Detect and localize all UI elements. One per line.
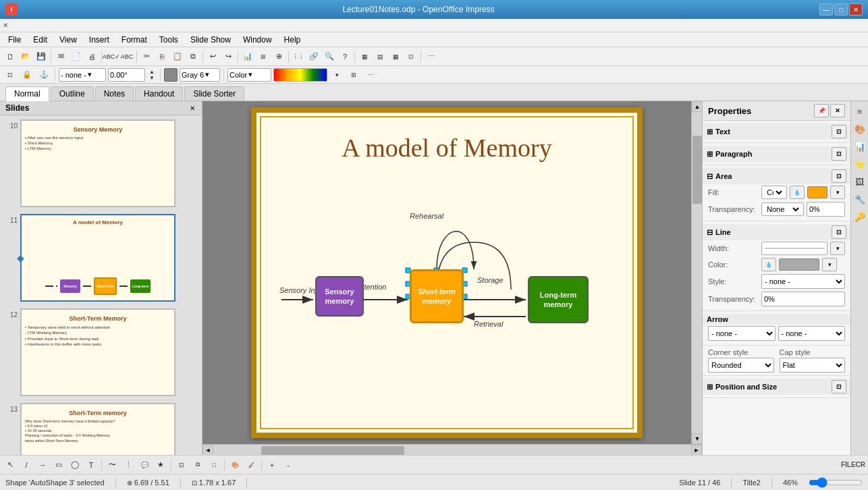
- redo-btn[interactable]: ↪: [221, 49, 236, 64]
- prop-para-btn1[interactable]: ⊡: [832, 147, 846, 161]
- vscroll-down-btn[interactable]: ▼: [692, 433, 702, 444]
- slides-list[interactable]: 10 Sensory Memory • After you use the se…: [0, 115, 202, 455]
- prop-line-header[interactable]: ⊟ Line ⊡: [703, 224, 850, 240]
- new-btn[interactable]: 🗋: [3, 49, 18, 64]
- minimize-button[interactable]: —: [819, 3, 833, 16]
- shadow-btn[interactable]: □: [207, 458, 221, 472]
- slide-canvas[interactable]: A model of Memory Rehearsal: [251, 107, 643, 438]
- star-shapes-btn[interactable]: ★: [153, 458, 168, 472]
- tab-normal[interactable]: Normal: [5, 86, 49, 101]
- arrange-btn[interactable]: ⧉: [190, 458, 205, 472]
- far-icon-1[interactable]: ≡: [852, 104, 867, 119]
- menu-file[interactable]: File: [3, 34, 26, 46]
- lock-btn[interactable]: 🔒: [20, 67, 34, 82]
- slide-item-13[interactable]: 13 Short-Term memory Why does Short-term…: [3, 402, 199, 455]
- help-btn[interactable]: ?: [337, 49, 352, 64]
- connector-btn[interactable]: ⋮: [121, 458, 136, 472]
- fill-type-select[interactable]: Color: [764, 188, 784, 197]
- menu-edit[interactable]: Edit: [28, 34, 53, 46]
- degrees-input[interactable]: 0.00°: [108, 68, 145, 82]
- v-scrollbar-thumb[interactable]: [693, 136, 702, 205]
- zoom-btn[interactable]: 🔍: [322, 49, 337, 64]
- line-tool-btn[interactable]: /: [19, 458, 34, 472]
- align-btn[interactable]: ⊡: [174, 458, 189, 472]
- far-icon-7[interactable]: 🔑: [852, 209, 867, 224]
- fill-color-dd-btn[interactable]: ▾: [830, 186, 845, 199]
- cut-btn[interactable]: ✂: [139, 49, 154, 64]
- tab-slidesorter[interactable]: Slide Sorter: [184, 86, 244, 101]
- trans-value-input[interactable]: [807, 202, 845, 216]
- menu-format[interactable]: Format: [116, 34, 153, 46]
- prop-trans-type[interactable]: None: [761, 202, 804, 216]
- line-style-select[interactable]: - none -: [761, 274, 845, 289]
- slide-thumb-12[interactable]: Short-Term Memory • Temporary store held…: [20, 308, 175, 396]
- prop-position-header[interactable]: ⊞ Position and Size ⊡: [703, 379, 850, 395]
- menu-view[interactable]: View: [54, 34, 82, 46]
- text-tool-btn[interactable]: T: [84, 458, 99, 472]
- line-width-dd-btn[interactable]: ▾: [830, 242, 845, 255]
- save-btn[interactable]: 💾: [34, 49, 49, 64]
- v-scrollbar[interactable]: ▲ ▼: [691, 101, 702, 444]
- prop-fill-select[interactable]: Color: [761, 186, 787, 199]
- prop-text-btn1[interactable]: ⊡: [832, 125, 846, 138]
- more-btn[interactable]: ⋯: [363, 67, 378, 82]
- slide-item-10[interactable]: 10 Sensory Memory • After you use the se…: [3, 118, 199, 209]
- arrow-end-select[interactable]: - none -: [778, 326, 846, 341]
- pdf-btn[interactable]: 📄: [69, 49, 84, 64]
- corner-style-select[interactable]: Rounded Miter Bevel: [708, 358, 774, 373]
- none-dropdown[interactable]: - none - ▾: [59, 68, 106, 82]
- h-scrollbar-thumb[interactable]: [261, 446, 404, 456]
- color-swatch-dd[interactable]: [164, 68, 178, 82]
- menu-insert[interactable]: Insert: [84, 34, 115, 46]
- fill-color-btn[interactable]: 🎨: [227, 458, 242, 472]
- ellipse-tool-btn[interactable]: ◯: [67, 458, 82, 472]
- table-btn[interactable]: ⊞: [256, 49, 271, 64]
- zoom-in-btn[interactable]: +: [265, 458, 279, 472]
- maximize-button[interactable]: □: [834, 3, 848, 16]
- slide-item-12[interactable]: 12 Short-Term Memory • Temporary store h…: [3, 307, 199, 398]
- line-color-btn[interactable]: 🖊: [244, 458, 259, 472]
- grid-btn[interactable]: ⋮⋮: [291, 49, 306, 64]
- view-toggle-btn[interactable]: ⊞: [346, 67, 361, 82]
- color-pick-btn[interactable]: ▾: [329, 67, 344, 82]
- color-name-dd[interactable]: Gray 6 ▾: [180, 68, 220, 82]
- line-color-dd-btn[interactable]: ▾: [822, 258, 837, 271]
- far-icon-2[interactable]: 🎨: [852, 121, 867, 136]
- vscroll-up-btn[interactable]: ▲: [692, 101, 702, 112]
- zoom-slider[interactable]: [809, 477, 863, 488]
- view4-btn[interactable]: ⊡: [404, 49, 418, 64]
- tab-outline[interactable]: Outline: [51, 86, 94, 101]
- prop-line-btn1[interactable]: ⊡: [832, 225, 846, 239]
- hscroll-left-btn[interactable]: ◄: [202, 445, 213, 456]
- menu-window[interactable]: Window: [238, 34, 277, 46]
- hyperlink-btn[interactable]: 🔗: [306, 49, 321, 64]
- tab-handout[interactable]: Handout: [135, 86, 183, 101]
- autospell-btn[interactable]: ABC: [119, 49, 134, 64]
- tab-notes[interactable]: Notes: [95, 86, 134, 101]
- spellcheck-btn[interactable]: ABC✓: [104, 49, 119, 64]
- line-width-preview[interactable]: [761, 242, 828, 255]
- far-icon-4[interactable]: ⭐: [852, 157, 867, 171]
- menu-slideshow[interactable]: Slide Show: [185, 34, 236, 46]
- chart-btn[interactable]: 📊: [240, 49, 255, 64]
- far-icon-5[interactable]: 🖼: [852, 174, 867, 189]
- far-icon-3[interactable]: 📊: [852, 139, 867, 154]
- arrow-start-select[interactable]: - none -: [708, 326, 776, 341]
- fill-eyedropper-btn[interactable]: 💧: [790, 186, 805, 199]
- close-button[interactable]: ✕: [849, 3, 863, 16]
- color-picker-dd[interactable]: [273, 68, 327, 82]
- color-mode-dd[interactable]: Color ▾: [227, 68, 271, 82]
- view3-btn[interactable]: ▦: [388, 49, 403, 64]
- undo-btn[interactable]: ↩: [205, 49, 220, 64]
- prop-arrow-header[interactable]: Arrow: [703, 314, 850, 325]
- cursor-tool-btn[interactable]: ↖: [3, 458, 18, 472]
- slide-item-11[interactable]: 11 A model of Memory Sensory Short-term …: [3, 213, 199, 303]
- hscroll-track[interactable]: [213, 445, 691, 455]
- line-color-swatch[interactable]: [779, 258, 819, 271]
- sensory-memory-box[interactable]: Sensory memory: [315, 276, 364, 317]
- arrow-tool-btn[interactable]: →: [35, 458, 50, 472]
- prop-close-btn[interactable]: ✕: [830, 104, 845, 117]
- paste-btn[interactable]: 📋: [170, 49, 185, 64]
- trans-type-select[interactable]: None: [764, 205, 801, 214]
- cap-style-select[interactable]: Flat Round Square: [780, 358, 846, 373]
